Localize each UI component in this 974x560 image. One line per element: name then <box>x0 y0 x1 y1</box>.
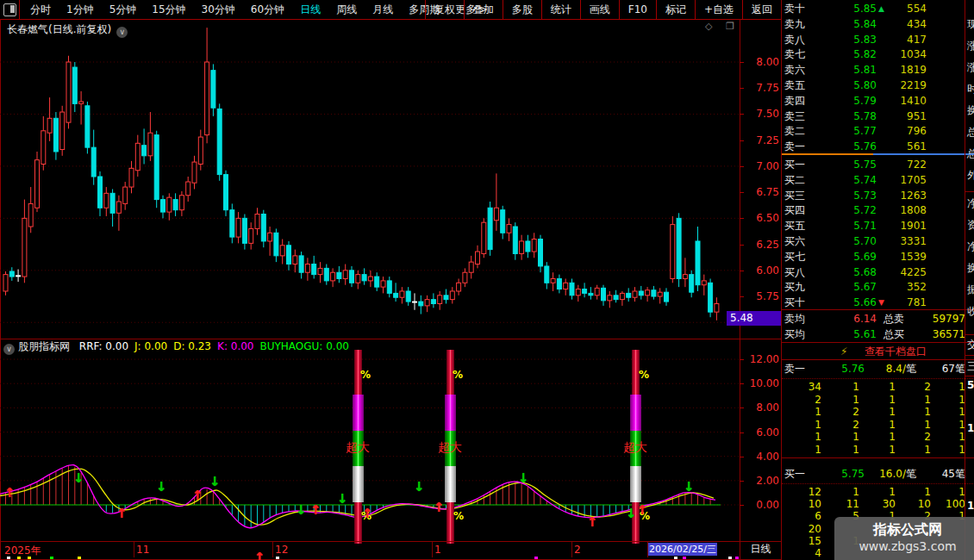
trade-count-cell: 15 <box>784 535 821 547</box>
trade-count-cell: 1 <box>893 406 931 418</box>
tool-button[interactable]: 叠加 <box>464 0 503 19</box>
tool-button[interactable]: F10 <box>619 0 656 19</box>
menu-item[interactable]: 5分钟 <box>102 3 145 17</box>
candlestick-chart[interactable] <box>0 19 740 339</box>
clipped-text: 资 <box>967 218 974 233</box>
sell-deal-header: 卖一 5.76 8.4/笔 67笔 <box>782 361 965 376</box>
trade-count-cell: 1 <box>927 419 965 431</box>
tool-button[interactable]: 多股 <box>503 0 541 19</box>
sell-level-row[interactable]: 卖八5.83417 <box>782 32 965 47</box>
price-axis-label: 7.50 <box>741 108 779 120</box>
signal-bar-segment <box>353 395 364 431</box>
sell-avg-price: 6.14 <box>808 311 877 327</box>
candle-body <box>305 264 309 273</box>
trade-count-cell: 12 <box>784 486 821 498</box>
chart-title-text: 长春燃气(日线.前复权) <box>7 23 111 35</box>
level-name: 买七 <box>784 249 805 264</box>
level-volume: 722 <box>866 157 927 172</box>
menu-item[interactable]: 周线 <box>328 3 365 17</box>
trade-count-cell: 1 <box>858 444 896 456</box>
trade-count-cell: 1 <box>893 444 931 456</box>
indicator-axis-label: 8.00 <box>741 401 779 414</box>
level-name: 卖一 <box>784 139 805 154</box>
signal-bar-segment <box>630 466 641 502</box>
sell-level-row[interactable]: 卖三5.78951 <box>782 109 965 124</box>
candle-body <box>457 283 461 291</box>
buy-level-row[interactable]: 买五5.711901 <box>782 218 965 233</box>
signal-bar-segment <box>353 466 364 502</box>
buy-level-row[interactable]: 买三5.731263 <box>782 188 965 203</box>
buy-level-row[interactable]: 买七5.691539 <box>782 249 965 264</box>
sell-level-row[interactable]: 卖五5.802219 <box>782 78 965 93</box>
buy-level-row[interactable]: 买二5.741705 <box>782 172 965 188</box>
candle-body <box>652 290 656 296</box>
percent-mark: % <box>639 369 649 381</box>
spread-divider-left <box>782 153 873 155</box>
sell-level-row[interactable]: 卖六5.811819 <box>782 62 965 78</box>
buy-avg-label: 买均 <box>784 327 805 342</box>
percent-mark: % <box>453 510 464 522</box>
last-price-badge: 5.48 <box>727 311 782 326</box>
buy-level-row[interactable]: 买十5.66▼781 <box>782 295 965 310</box>
menu-item[interactable]: 60分钟 <box>243 3 292 17</box>
menu-item[interactable]: 1分钟 <box>59 3 102 17</box>
buy-level-row[interactable]: 买九5.67352 <box>782 279 965 295</box>
signal-bar-label: 超大 <box>342 440 373 456</box>
price-axis-label: 7.25 <box>741 134 779 146</box>
trade-count-cell: 1 <box>858 486 896 498</box>
chevron-down-icon[interactable]: ∨ <box>116 27 128 38</box>
candle-body <box>494 208 498 221</box>
chart-corner-icons[interactable]: ◇ ❐ <box>705 21 740 32</box>
candle-body <box>230 210 234 237</box>
buy-level-row[interactable]: 买八5.684225 <box>782 264 965 280</box>
candle-body <box>22 218 27 277</box>
candle-body <box>463 272 467 283</box>
trading-terminal: 分时1分钟5分钟15分钟30分钟60分钟日线周线月线多周期更多 > 复权叠加多股… <box>0 0 974 560</box>
spread-divider-right <box>873 153 974 155</box>
tool-button[interactable]: +自选 <box>695 0 742 19</box>
tool-button[interactable]: 统计 <box>541 0 580 19</box>
sell-deal-box-top <box>782 359 974 360</box>
trade-count-cell: 1 <box>927 394 965 406</box>
price-axis-label: 6.75 <box>741 186 779 198</box>
buy-level-row[interactable]: 买一5.75722 <box>782 157 965 172</box>
sell-level-row[interactable]: 卖一5.76561 <box>782 139 965 154</box>
sell-level-row[interactable]: 卖二5.77796 <box>782 123 965 139</box>
candle-body <box>709 283 713 312</box>
level-volume: 2219 <box>866 78 927 93</box>
buy-level-row[interactable]: 买六5.703331 <box>782 233 965 249</box>
menu-item[interactable]: 日线 <box>292 3 328 17</box>
candle-body <box>236 218 240 237</box>
sell-arrow-icon: ↓ <box>337 493 348 505</box>
tool-menu: 复权叠加多股统计画线F10标记+自选返回 <box>425 0 781 19</box>
sell-level-row[interactable]: 卖十5.85▲554 <box>782 1 965 16</box>
candle-body <box>696 241 700 285</box>
tool-button[interactable]: 复权 <box>425 0 464 19</box>
qiandang-row[interactable]: ⚡ 查看千档盘口 <box>782 344 965 359</box>
tool-button[interactable]: 返回 <box>742 0 781 19</box>
level-name: 买八 <box>784 264 805 280</box>
timeline-tick <box>272 542 273 557</box>
tool-button[interactable]: 标记 <box>656 0 695 19</box>
sell-level-row[interactable]: 卖九5.84434 <box>782 16 965 32</box>
candle-body <box>41 131 46 165</box>
buy-arrow-icon: ↑ <box>434 501 445 513</box>
menu-item[interactable]: 15分钟 <box>144 3 193 17</box>
timeline-tick <box>134 542 134 557</box>
buy-arrow-icon: ↑ <box>362 507 373 520</box>
speck <box>7 557 10 559</box>
menu-item[interactable]: 30分钟 <box>194 3 243 17</box>
level-name: 买五 <box>784 218 805 233</box>
sell-level-row[interactable]: 卖七5.821034 <box>782 47 965 62</box>
window-icon[interactable] <box>3 3 16 16</box>
sell-level-row[interactable]: 卖四5.791410 <box>782 93 965 109</box>
candle-body <box>394 293 398 297</box>
tool-button[interactable]: 画线 <box>580 0 619 19</box>
qiandang-link[interactable]: 查看千档盘口 <box>865 344 927 359</box>
menu-item[interactable]: 分时 <box>22 3 59 17</box>
indicator-value: RRF: 0.00 <box>79 340 128 352</box>
trade-count-cell: 1 <box>858 419 896 431</box>
menu-item[interactable]: 月线 <box>365 3 401 17</box>
clipped-text: 振 <box>967 283 974 297</box>
buy-level-row[interactable]: 买四5.721808 <box>782 202 965 218</box>
